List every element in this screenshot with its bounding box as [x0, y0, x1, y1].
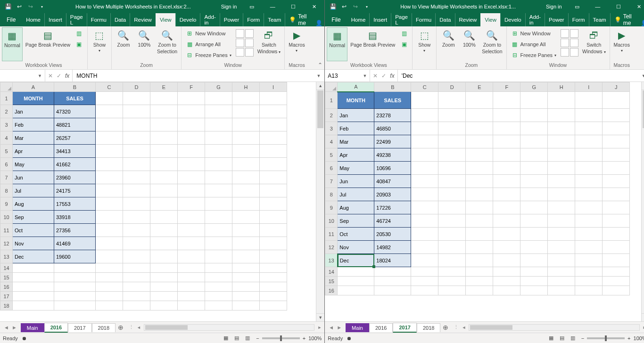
cell[interactable] [575, 162, 603, 175]
cell[interactable]: 17226 [374, 201, 411, 214]
cell[interactable] [493, 201, 520, 214]
cell[interactable] [466, 241, 493, 254]
col-header[interactable]: H [548, 82, 575, 92]
cell[interactable]: 34413 [54, 145, 96, 158]
cell[interactable] [232, 105, 260, 118]
col-header[interactable]: D [123, 82, 150, 92]
tab-data[interactable]: Data [110, 13, 130, 26]
ribbon-options-icon[interactable]: ▭ [241, 0, 262, 13]
collapse-ribbon-icon[interactable]: ⌃ [318, 62, 322, 68]
cell[interactable] [374, 277, 411, 286]
cell[interactable] [466, 201, 493, 214]
cell[interactable] [123, 171, 150, 184]
cell[interactable] [575, 241, 603, 254]
cell[interactable] [466, 254, 493, 267]
cell[interactable] [54, 282, 96, 292]
cell[interactable]: Jun [13, 171, 54, 184]
cell[interactable] [123, 118, 150, 131]
cell[interactable] [96, 237, 123, 250]
tab-view[interactable]: View [480, 13, 500, 26]
horizontal-scrollbar[interactable] [144, 324, 314, 331]
sheet-tab-2016[interactable]: 2016 [369, 323, 393, 332]
cell[interactable] [493, 214, 520, 228]
cell[interactable] [603, 267, 630, 277]
unhide-icon[interactable] [236, 48, 244, 57]
cell[interactable] [575, 135, 603, 148]
macros-button[interactable]: ▶Macros▾ [287, 27, 306, 61]
cell[interactable] [123, 145, 150, 158]
row-header[interactable]: 16 [0, 282, 13, 292]
cell[interactable] [232, 145, 260, 158]
cell[interactable] [575, 214, 603, 228]
cell[interactable] [178, 197, 205, 211]
cell[interactable] [123, 250, 150, 263]
cell[interactable] [232, 184, 260, 197]
sheet-tab-2018[interactable]: 2018 [92, 323, 116, 332]
zoom-level[interactable]: 100% [634, 335, 644, 341]
cell[interactable]: 18024 [374, 254, 411, 267]
cell[interactable] [520, 214, 548, 228]
tab-developer[interactable]: Develo [175, 13, 200, 26]
cell[interactable]: Feb [13, 118, 54, 131]
formula-input[interactable]: 'Dec▼ [398, 70, 644, 82]
cell[interactable]: Aug [338, 201, 374, 214]
split-icon[interactable] [561, 29, 569, 38]
cell[interactable] [13, 263, 54, 273]
select-all-triangle[interactable] [0, 82, 13, 92]
cell[interactable] [150, 273, 178, 282]
cell[interactable] [13, 292, 54, 301]
col-header[interactable]: J [603, 82, 630, 92]
cell[interactable] [260, 105, 287, 118]
col-header[interactable]: H [232, 82, 260, 92]
sheet-nav-prev-icon[interactable]: ◄ [4, 325, 9, 330]
zoom-100-button[interactable]: 🔍100% [134, 27, 154, 61]
horizontal-scrollbar[interactable] [469, 324, 639, 331]
zoom-100-button[interactable]: 🔍100% [459, 27, 479, 61]
cell[interactable] [520, 175, 548, 188]
cell[interactable] [96, 282, 123, 292]
cell[interactable] [438, 148, 466, 162]
cell[interactable] [260, 273, 287, 282]
qat-customize-icon[interactable]: ▾ [37, 1, 47, 12]
scroll-up-icon[interactable]: ▲ [642, 82, 644, 90]
cell[interactable] [205, 184, 232, 197]
tab-home[interactable]: Home [22, 13, 44, 26]
cell[interactable]: MONTH [13, 92, 54, 105]
cell[interactable]: 14982 [374, 241, 411, 254]
tell-me-search[interactable]: 💡Tell me [610, 13, 639, 26]
cell[interactable] [205, 282, 232, 292]
tab-team[interactable]: Team [264, 13, 285, 26]
cell[interactable] [603, 241, 630, 254]
cell[interactable] [178, 118, 205, 131]
cell[interactable] [205, 145, 232, 158]
cell[interactable]: 46724 [374, 214, 411, 228]
cell[interactable]: MONTH [338, 92, 374, 109]
tab-power[interactable]: Power [220, 13, 243, 26]
cell[interactable] [260, 171, 287, 184]
minimize-button[interactable]: — [587, 0, 608, 13]
cell[interactable]: SALES [54, 92, 96, 105]
cell[interactable] [548, 162, 575, 175]
cell[interactable]: Sep [338, 214, 374, 228]
normal-view-icon[interactable]: ▦ [221, 335, 231, 341]
cell[interactable]: 20903 [374, 188, 411, 201]
cell[interactable] [548, 92, 575, 109]
tab-pagelayout[interactable]: Page L [391, 13, 412, 26]
cell[interactable] [438, 122, 466, 135]
cell[interactable] [232, 292, 260, 301]
cell[interactable] [205, 211, 232, 224]
cell[interactable] [178, 250, 205, 263]
col-header[interactable]: G [520, 82, 548, 92]
cell[interactable] [548, 228, 575, 241]
cell[interactable] [411, 254, 438, 267]
col-header[interactable]: B [374, 82, 411, 92]
cell[interactable] [232, 301, 260, 310]
cell[interactable] [150, 282, 178, 292]
cell[interactable]: May [13, 158, 54, 171]
cell[interactable] [123, 301, 150, 310]
row-header[interactable]: 5 [325, 148, 338, 162]
cell[interactable] [96, 263, 123, 273]
cell[interactable] [520, 201, 548, 214]
cell[interactable] [205, 237, 232, 250]
spreadsheet-grid[interactable]: A B C D E F G H I J 1 MONTH SALES2 Jan 2… [325, 82, 641, 321]
